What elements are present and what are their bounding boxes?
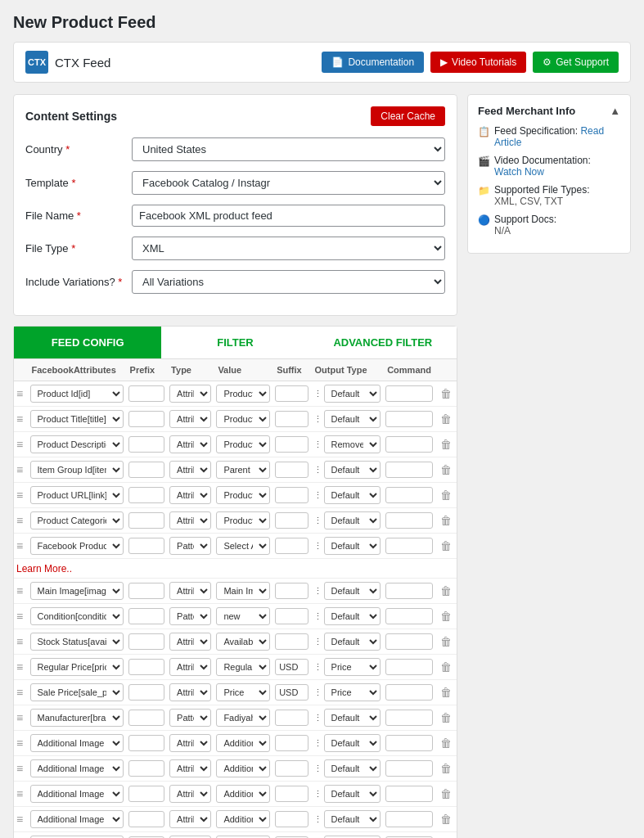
prefix-input[interactable] (128, 436, 165, 453)
prefix-input[interactable] (128, 512, 165, 529)
delete-row-button[interactable]: 🗑 (438, 813, 454, 826)
drag-handle-icon[interactable]: ≡ (16, 813, 23, 826)
fb-attribute-select[interactable]: Regular Price[price] (30, 658, 124, 676)
value-select[interactable]: Additional Image 2 (216, 759, 270, 777)
prefix-input[interactable] (128, 411, 165, 427)
suffix-input[interactable] (275, 811, 308, 827)
suffix-input[interactable] (275, 385, 308, 402)
value-select[interactable]: Additional Image 4 (216, 810, 270, 828)
type-select[interactable]: Attribute (169, 810, 211, 828)
type-select[interactable]: Attribute (169, 435, 211, 453)
suffix-input[interactable] (275, 538, 308, 554)
drag-handle-icon[interactable]: ≡ (16, 584, 23, 597)
command-input[interactable] (385, 538, 433, 554)
delete-row-button[interactable]: 🗑 (438, 787, 454, 800)
value-select[interactable]: Product Title (216, 410, 270, 428)
output-type-select[interactable]: Price (324, 658, 381, 676)
type-select[interactable]: Attribute (169, 633, 211, 651)
type-select[interactable]: Attribute (169, 785, 211, 803)
country-select[interactable]: United States (132, 137, 445, 161)
value-select[interactable]: Availability (216, 633, 270, 651)
drag-handle-icon[interactable]: ≡ (16, 539, 23, 552)
value-select[interactable]: Regular Price (216, 658, 270, 676)
output-type-select[interactable]: Default (324, 633, 381, 651)
get-support-button[interactable]: ⚙ Get Support (533, 52, 619, 73)
learn-more-link[interactable]: Learn More.. (16, 563, 72, 574)
prefix-input[interactable] (128, 462, 165, 478)
drag-handle-icon[interactable]: ≡ (16, 610, 23, 623)
delete-row-button[interactable]: 🗑 (438, 762, 454, 775)
tab-filter[interactable]: FILTER (161, 327, 308, 358)
suffix-input[interactable] (275, 735, 308, 751)
tab-advanced-filter[interactable]: ADVANCED FILTER (309, 327, 457, 358)
value-select[interactable]: Product Category [Ca (216, 511, 270, 529)
drag-handle-icon[interactable]: ≡ (16, 635, 23, 648)
value-select[interactable]: Product URL (216, 486, 270, 504)
type-select[interactable]: Attribute (169, 461, 211, 479)
fb-attribute-select[interactable]: Sale Price[sale_price] (30, 683, 124, 701)
tab-feed-config[interactable]: FEED CONFIG (14, 327, 161, 358)
suffix-input[interactable] (275, 411, 308, 427)
command-input[interactable] (385, 512, 433, 529)
drag-handle-icon[interactable]: ≡ (16, 438, 23, 451)
type-select[interactable]: Attribute (169, 759, 211, 777)
output-type-select[interactable]: Price (324, 683, 381, 701)
prefix-input[interactable] (128, 710, 165, 726)
delete-row-button[interactable]: 🗑 (438, 539, 454, 552)
type-select[interactable]: Attribute (169, 658, 211, 676)
drag-handle-icon[interactable]: ≡ (16, 686, 23, 699)
fb-attribute-select[interactable]: Additional Image 3 [ad (30, 785, 124, 803)
output-type-select[interactable]: Default (324, 511, 381, 529)
command-input[interactable] (385, 411, 433, 427)
command-input[interactable] (385, 659, 433, 675)
command-input[interactable] (385, 811, 433, 827)
value-select[interactable]: Product Id (216, 385, 270, 403)
type-select[interactable]: Pattern (Sts (169, 537, 211, 555)
output-type-select[interactable]: Default (324, 810, 381, 828)
value-select[interactable]: Additional Image 3 (216, 785, 270, 803)
suffix-input[interactable] (275, 786, 308, 802)
delete-row-button[interactable]: 🗑 (438, 438, 454, 451)
output-type-select[interactable]: Default (324, 537, 381, 555)
delete-row-button[interactable]: 🗑 (438, 489, 454, 502)
prefix-input[interactable] (128, 811, 165, 827)
suffix-input[interactable] (275, 608, 308, 624)
fb-attribute-select[interactable]: Additional Image 1 [ad (30, 734, 124, 752)
value-select[interactable]: Parent Id [Group Id] (216, 461, 270, 479)
fb-attribute-select[interactable]: Item Group Id[item_grc (30, 461, 124, 479)
command-input[interactable] (385, 608, 433, 624)
fb-attribute-select[interactable]: Product Title[title] (30, 410, 124, 428)
drag-handle-icon[interactable]: ≡ (16, 787, 23, 800)
output-type-select[interactable]: Default (324, 486, 381, 504)
collapse-icon[interactable]: ▲ (610, 105, 620, 117)
type-select[interactable]: Pattern (Str (169, 709, 211, 727)
template-select[interactable]: Facebook Catalog / Instagr (132, 171, 445, 195)
command-input[interactable] (385, 710, 433, 726)
type-select[interactable]: Attribute (169, 582, 211, 600)
delete-row-button[interactable]: 🗑 (438, 387, 454, 400)
command-input[interactable] (385, 385, 433, 402)
video-link[interactable]: Watch Now (494, 166, 544, 178)
variations-select[interactable]: All Variations (132, 270, 445, 294)
fb-attribute-select[interactable]: Condition[condition] (30, 607, 124, 625)
value-select[interactable]: Additional Image 1 (216, 734, 270, 752)
command-input[interactable] (385, 735, 433, 751)
command-input[interactable] (385, 436, 433, 453)
suffix-input[interactable] (275, 487, 308, 503)
fb-attribute-select[interactable]: Additional Image 2 [ad (30, 759, 124, 777)
prefix-input[interactable] (128, 583, 165, 599)
prefix-input[interactable] (128, 538, 165, 554)
fb-attribute-select[interactable]: Product Categories[pro (30, 511, 124, 529)
drag-handle-icon[interactable]: ≡ (16, 489, 23, 502)
suffix-input[interactable] (275, 684, 308, 701)
suffix-input[interactable] (275, 583, 308, 599)
type-select[interactable]: Attribute (169, 734, 211, 752)
output-type-select[interactable]: Default (324, 410, 381, 428)
value-select[interactable]: Select A Category (216, 537, 270, 555)
drag-handle-icon[interactable]: ≡ (16, 660, 23, 674)
fb-attribute-select[interactable]: Main Image[image_link (30, 582, 124, 600)
drag-handle-icon[interactable]: ≡ (16, 514, 23, 527)
fb-attribute-select[interactable]: Product Id[id] (30, 385, 124, 403)
suffix-input[interactable] (275, 462, 308, 478)
drag-handle-icon[interactable]: ≡ (16, 737, 23, 750)
